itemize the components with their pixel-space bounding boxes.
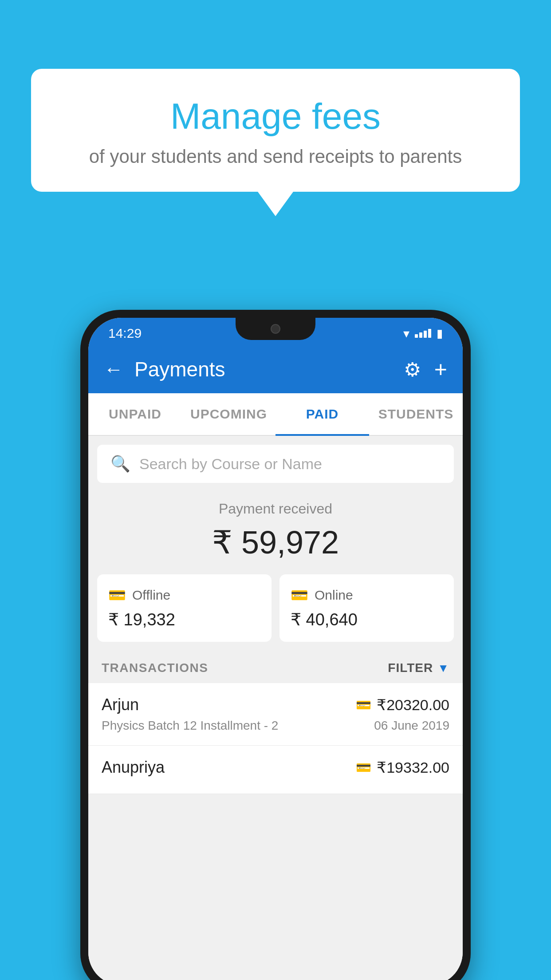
signal-bar-3: [424, 331, 427, 338]
signal-bar-2: [419, 332, 422, 338]
transactions-label: TRANSACTIONS: [102, 661, 208, 675]
phone-frame: 14:29 ▾ ▮ ← Payments: [80, 310, 471, 980]
transaction-course: Physics Batch 12 Installment - 2: [102, 719, 278, 733]
signal-bar-4: [428, 329, 431, 338]
payment-summary: Payment received ₹ 59,972: [88, 483, 463, 574]
transaction-row1: Anupriya 💳 ₹19332.00: [102, 758, 449, 777]
add-button[interactable]: +: [434, 356, 447, 382]
transaction-row1: Arjun 💳 ₹20320.00: [102, 695, 449, 714]
tab-unpaid[interactable]: UNPAID: [88, 393, 182, 435]
online-card: 💳 Online ₹ 40,640: [279, 574, 454, 642]
transaction-item[interactable]: Anupriya 💳 ₹19332.00: [88, 746, 463, 794]
offline-card-header: 💳 Offline: [108, 587, 260, 604]
tab-upcoming[interactable]: UPCOMING: [182, 393, 276, 435]
tab-paid[interactable]: PAID: [276, 393, 369, 435]
status-bar: 14:29 ▾ ▮: [88, 318, 463, 345]
phone-screen: 14:29 ▾ ▮ ← Payments: [88, 318, 463, 980]
offline-payment-icon: 💳: [356, 760, 371, 775]
signal-bars: [415, 329, 431, 338]
settings-button[interactable]: ⚙: [404, 358, 421, 381]
offline-label: Offline: [132, 588, 170, 603]
search-bar[interactable]: 🔍 Search by Course or Name: [97, 445, 454, 483]
online-icon: 💳: [291, 587, 308, 604]
tabs: UNPAID UPCOMING PAID STUDENTS: [88, 393, 463, 436]
transaction-item[interactable]: Arjun 💳 ₹20320.00 Physics Batch 12 Insta…: [88, 683, 463, 746]
speech-bubble-wrapper: Manage fees of your students and send re…: [31, 69, 520, 216]
status-icons: ▾ ▮: [403, 326, 443, 341]
transactions-header: TRANSACTIONS FILTER ▼: [88, 653, 463, 683]
tab-students[interactable]: STUDENTS: [369, 393, 463, 435]
filter-icon: ▼: [437, 661, 449, 675]
transaction-row2: Physics Batch 12 Installment - 2 06 June…: [102, 719, 449, 733]
transaction-amount-row: 💳 ₹19332.00: [356, 759, 449, 776]
transaction-amount: ₹20320.00: [377, 696, 449, 714]
speech-bubble-title: Manage fees: [53, 95, 498, 137]
speech-bubble-tail: [258, 192, 293, 216]
payment-total-amount: ₹ 59,972: [97, 524, 454, 561]
payment-received-label: Payment received: [97, 501, 454, 517]
speech-bubble-subtitle: of your students and send receipts to pa…: [53, 146, 498, 167]
transaction-amount-row: 💳 ₹20320.00: [356, 696, 449, 714]
status-time: 14:29: [108, 326, 142, 341]
notch: [236, 318, 315, 340]
offline-amount: ₹ 19,332: [108, 610, 260, 629]
payment-cards: 💳 Offline ₹ 19,332 💳 Online ₹ 40,640: [88, 574, 463, 653]
app-bar: ← Payments ⚙ +: [88, 345, 463, 393]
offline-card: 💳 Offline ₹ 19,332: [97, 574, 272, 642]
app-bar-left: ← Payments: [104, 357, 225, 381]
app-bar-right: ⚙ +: [404, 356, 447, 382]
filter-button[interactable]: FILTER ▼: [388, 661, 449, 675]
search-placeholder: Search by Course or Name: [139, 455, 322, 473]
notch-camera: [271, 324, 280, 334]
speech-bubble: Manage fees of your students and send re…: [31, 69, 520, 192]
transaction-name: Anupriya: [102, 758, 165, 777]
wifi-icon: ▾: [403, 326, 409, 341]
transaction-name: Arjun: [102, 695, 139, 714]
back-button[interactable]: ←: [104, 358, 123, 380]
transaction-date: 06 June 2019: [374, 719, 449, 733]
search-icon: 🔍: [110, 454, 130, 473]
online-card-header: 💳 Online: [291, 587, 443, 604]
content-area: 🔍 Search by Course or Name Payment recei…: [88, 436, 463, 980]
app-bar-title: Payments: [134, 357, 225, 381]
transaction-amount: ₹19332.00: [377, 759, 449, 776]
online-label: Online: [315, 588, 353, 603]
offline-icon: 💳: [108, 587, 126, 604]
signal-bar-1: [415, 334, 418, 338]
battery-icon: ▮: [437, 327, 443, 340]
online-amount: ₹ 40,640: [291, 610, 443, 629]
filter-label: FILTER: [388, 661, 433, 675]
online-payment-icon: 💳: [356, 698, 371, 712]
